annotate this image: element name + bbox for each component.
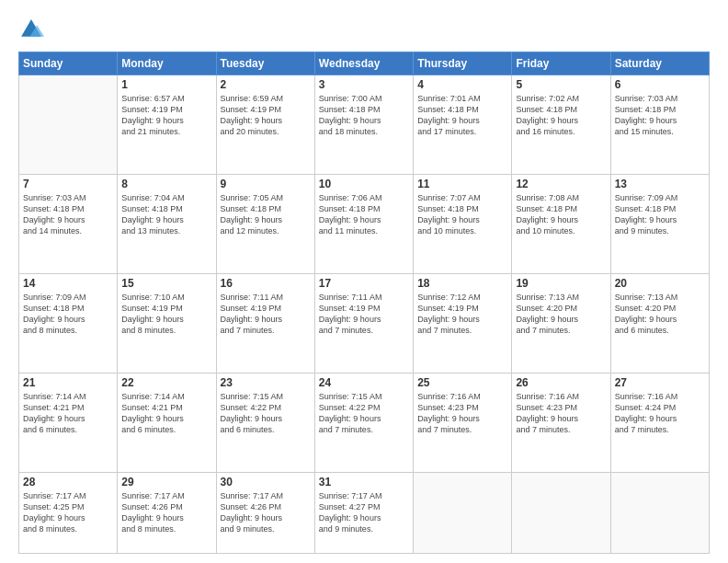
calendar-cell: 4Sunrise: 7:01 AM Sunset: 4:18 PM Daylig… [414,75,512,175]
week-row-2: 14Sunrise: 7:09 AM Sunset: 4:18 PM Dayli… [19,273,710,373]
week-row-1: 7Sunrise: 7:03 AM Sunset: 4:18 PM Daylig… [19,174,710,273]
day-number: 22 [121,376,211,389]
col-header-sunday: Sunday [19,52,118,75]
day-number: 27 [615,376,705,389]
logo-icon [18,17,44,42]
col-header-wednesday: Wednesday [314,52,413,75]
day-number: 13 [615,178,705,190]
calendar-cell: 14Sunrise: 7:09 AM Sunset: 4:18 PM Dayli… [19,273,118,373]
cell-info: Sunrise: 7:16 AM Sunset: 4:23 PM Dayligh… [516,391,606,436]
col-header-monday: Monday [118,52,216,75]
calendar-cell: 7Sunrise: 7:03 AM Sunset: 4:18 PM Daylig… [19,174,118,273]
day-number: 6 [615,78,705,91]
day-number: 20 [615,277,705,290]
cell-info: Sunrise: 7:11 AM Sunset: 4:19 PM Dayligh… [221,292,311,337]
day-number: 12 [516,178,606,190]
day-number: 18 [417,277,507,290]
day-number: 17 [319,277,409,290]
calendar-cell: 29Sunrise: 7:17 AM Sunset: 4:26 PM Dayli… [118,472,216,553]
cell-info: Sunrise: 7:05 AM Sunset: 4:18 PM Dayligh… [221,192,311,237]
calendar-cell: 8Sunrise: 7:04 AM Sunset: 4:18 PM Daylig… [118,174,216,273]
cell-info: Sunrise: 7:17 AM Sunset: 4:27 PM Dayligh… [319,490,409,535]
day-number: 11 [417,178,507,190]
calendar-cell: 23Sunrise: 7:15 AM Sunset: 4:22 PM Dayli… [216,373,314,472]
day-number: 2 [221,78,311,91]
week-row-4: 28Sunrise: 7:17 AM Sunset: 4:25 PM Dayli… [19,472,710,553]
logo [18,17,48,42]
cell-info: Sunrise: 7:02 AM Sunset: 4:18 PM Dayligh… [516,93,606,138]
day-number: 16 [221,277,311,290]
header [18,17,710,42]
day-number: 21 [23,376,113,389]
cell-info: Sunrise: 7:04 AM Sunset: 4:18 PM Dayligh… [121,192,211,237]
calendar-cell: 12Sunrise: 7:08 AM Sunset: 4:18 PM Dayli… [512,174,610,273]
day-number: 23 [221,376,311,389]
cell-info: Sunrise: 7:00 AM Sunset: 4:18 PM Dayligh… [319,93,409,138]
calendar-cell: 3Sunrise: 7:00 AM Sunset: 4:18 PM Daylig… [314,75,413,175]
cell-info: Sunrise: 7:14 AM Sunset: 4:21 PM Dayligh… [121,391,211,436]
day-number: 9 [221,178,311,190]
cell-info: Sunrise: 7:17 AM Sunset: 4:26 PM Dayligh… [221,490,311,535]
day-number: 1 [121,78,211,91]
calendar-cell: 21Sunrise: 7:14 AM Sunset: 4:21 PM Dayli… [19,373,118,472]
calendar-cell [414,472,512,553]
cell-info: Sunrise: 7:01 AM Sunset: 4:18 PM Dayligh… [417,93,507,138]
cell-info: Sunrise: 7:03 AM Sunset: 4:18 PM Dayligh… [615,93,705,138]
cell-info: Sunrise: 7:14 AM Sunset: 4:21 PM Dayligh… [23,391,113,436]
cell-info: Sunrise: 6:57 AM Sunset: 4:19 PM Dayligh… [121,93,211,138]
calendar-cell: 15Sunrise: 7:10 AM Sunset: 4:19 PM Dayli… [118,273,216,373]
day-number: 24 [319,376,409,389]
calendar-cell [512,472,610,553]
day-number: 14 [23,277,113,290]
day-number: 5 [516,78,606,91]
day-number: 26 [516,376,606,389]
col-header-saturday: Saturday [610,52,709,75]
day-number: 4 [417,78,507,91]
calendar-cell: 22Sunrise: 7:14 AM Sunset: 4:21 PM Dayli… [118,373,216,472]
calendar-cell: 27Sunrise: 7:16 AM Sunset: 4:24 PM Dayli… [610,373,709,472]
calendar-cell: 13Sunrise: 7:09 AM Sunset: 4:18 PM Dayli… [610,174,709,273]
col-header-friday: Friday [512,52,610,75]
cell-info: Sunrise: 7:09 AM Sunset: 4:18 PM Dayligh… [615,192,705,237]
calendar-cell: 2Sunrise: 6:59 AM Sunset: 4:19 PM Daylig… [216,75,314,175]
cell-info: Sunrise: 7:07 AM Sunset: 4:18 PM Dayligh… [417,192,507,237]
calendar-cell: 24Sunrise: 7:15 AM Sunset: 4:22 PM Dayli… [314,373,413,472]
day-number: 31 [319,476,409,488]
calendar-cell: 16Sunrise: 7:11 AM Sunset: 4:19 PM Dayli… [216,273,314,373]
day-number: 29 [121,476,211,488]
day-number: 25 [417,376,507,389]
calendar-cell: 28Sunrise: 7:17 AM Sunset: 4:25 PM Dayli… [19,472,118,553]
cell-info: Sunrise: 7:08 AM Sunset: 4:18 PM Dayligh… [516,192,606,237]
cell-info: Sunrise: 7:15 AM Sunset: 4:22 PM Dayligh… [319,391,409,436]
calendar-table: SundayMondayTuesdayWednesdayThursdayFrid… [18,52,710,554]
cell-info: Sunrise: 7:17 AM Sunset: 4:26 PM Dayligh… [121,490,211,535]
calendar-cell [610,472,709,553]
cell-info: Sunrise: 7:06 AM Sunset: 4:18 PM Dayligh… [319,192,409,237]
calendar-cell: 19Sunrise: 7:13 AM Sunset: 4:20 PM Dayli… [512,273,610,373]
week-row-0: 1Sunrise: 6:57 AM Sunset: 4:19 PM Daylig… [19,75,710,175]
cell-info: Sunrise: 7:13 AM Sunset: 4:20 PM Dayligh… [516,292,606,337]
col-header-thursday: Thursday [414,52,512,75]
cell-info: Sunrise: 7:10 AM Sunset: 4:19 PM Dayligh… [121,292,211,337]
calendar-cell: 17Sunrise: 7:11 AM Sunset: 4:19 PM Dayli… [314,273,413,373]
cell-info: Sunrise: 7:16 AM Sunset: 4:23 PM Dayligh… [417,391,507,436]
calendar-cell: 1Sunrise: 6:57 AM Sunset: 4:19 PM Daylig… [118,75,216,175]
day-number: 7 [23,178,113,190]
day-number: 30 [221,476,311,488]
day-number: 10 [319,178,409,190]
cell-info: Sunrise: 7:15 AM Sunset: 4:22 PM Dayligh… [221,391,311,436]
day-number: 8 [121,178,211,190]
calendar-cell: 11Sunrise: 7:07 AM Sunset: 4:18 PM Dayli… [414,174,512,273]
calendar-cell: 6Sunrise: 7:03 AM Sunset: 4:18 PM Daylig… [610,75,709,175]
day-number: 3 [319,78,409,91]
cell-info: Sunrise: 7:12 AM Sunset: 4:19 PM Dayligh… [417,292,507,337]
calendar-cell: 30Sunrise: 7:17 AM Sunset: 4:26 PM Dayli… [216,472,314,553]
calendar-cell: 5Sunrise: 7:02 AM Sunset: 4:18 PM Daylig… [512,75,610,175]
calendar-cell: 9Sunrise: 7:05 AM Sunset: 4:18 PM Daylig… [216,174,314,273]
calendar-cell: 10Sunrise: 7:06 AM Sunset: 4:18 PM Dayli… [314,174,413,273]
cell-info: Sunrise: 6:59 AM Sunset: 4:19 PM Dayligh… [221,93,311,138]
day-number: 19 [516,277,606,290]
day-number: 28 [23,476,113,488]
calendar-cell: 31Sunrise: 7:17 AM Sunset: 4:27 PM Dayli… [314,472,413,553]
calendar-cell: 18Sunrise: 7:12 AM Sunset: 4:19 PM Dayli… [414,273,512,373]
